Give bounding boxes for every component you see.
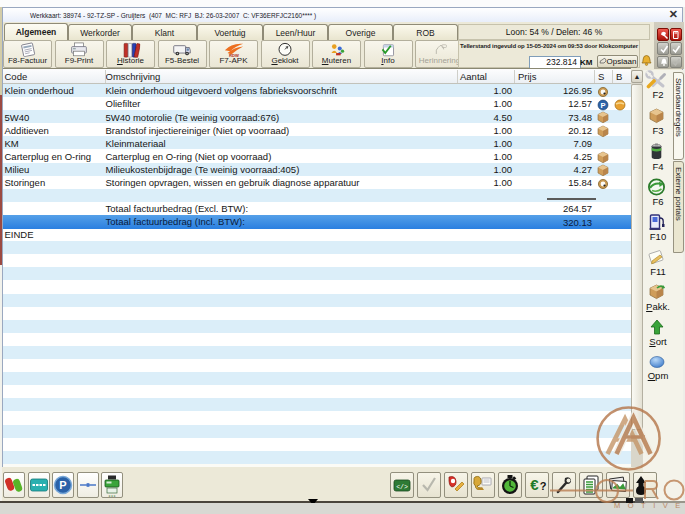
- svg-text:∗∗∗: ∗∗∗: [108, 494, 116, 498]
- svg-text:P: P: [59, 479, 66, 491]
- svg-text:P: P: [600, 101, 605, 110]
- svg-text:€: €: [530, 476, 539, 493]
- svg-text:</>: </>: [396, 484, 408, 491]
- svg-text:?: ?: [540, 480, 547, 492]
